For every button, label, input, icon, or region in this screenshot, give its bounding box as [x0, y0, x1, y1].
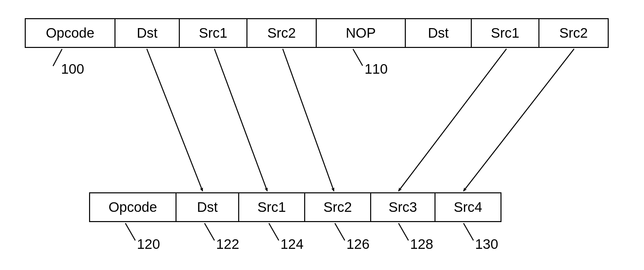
bottom-cell-src3: Src3 [371, 192, 435, 222]
ref-leader-110 [353, 49, 363, 66]
bottom-instruction-row: Opcode Dst Src1 Src2 Src3 Src4 [89, 192, 501, 222]
top-cell-dst-2: Dst [406, 18, 472, 48]
ref-126: 126 [346, 236, 370, 252]
top-instruction-row: Opcode Dst Src1 Src2 NOP Dst Src1 Src2 [25, 18, 609, 48]
ref-leader-128 [398, 223, 409, 241]
arrow-src1 [214, 49, 267, 191]
top-cell-src1-1: Src1 [180, 18, 247, 48]
ref-122: 122 [216, 236, 239, 252]
top-cell-opcode: Opcode [25, 18, 115, 48]
ref-130: 130 [475, 236, 498, 252]
ref-leader-120 [125, 223, 136, 241]
ref-124: 124 [280, 236, 304, 252]
ref-leader-126 [335, 223, 345, 241]
top-cell-src2-1: Src2 [247, 18, 317, 48]
top-cell-src2-2: Src2 [539, 18, 609, 48]
arrow-dst [147, 49, 203, 191]
diagram-canvas: Opcode Dst Src1 Src2 NOP Dst Src1 Src2 1… [0, 0, 644, 270]
ref-leader-124 [269, 223, 279, 241]
top-cell-dst-1: Dst [115, 18, 180, 48]
bottom-cell-dst: Dst [177, 192, 239, 222]
arrow-src2 [283, 49, 334, 191]
arrow-src3 [399, 49, 506, 191]
top-cell-src1-2: Src1 [472, 18, 539, 48]
ref-110: 110 [365, 61, 388, 77]
ref-leader-122 [204, 223, 215, 241]
bottom-cell-src2: Src2 [305, 192, 371, 222]
bottom-cell-opcode: Opcode [89, 192, 177, 222]
bottom-cell-src4: Src4 [435, 192, 501, 222]
top-cell-nop: NOP [317, 18, 406, 48]
bottom-cell-src1: Src1 [239, 192, 305, 222]
ref-128: 128 [410, 236, 433, 252]
ref-leader-130 [463, 223, 474, 241]
ref-100: 100 [61, 61, 84, 77]
arrow-src4 [464, 49, 574, 191]
ref-120: 120 [137, 236, 160, 252]
